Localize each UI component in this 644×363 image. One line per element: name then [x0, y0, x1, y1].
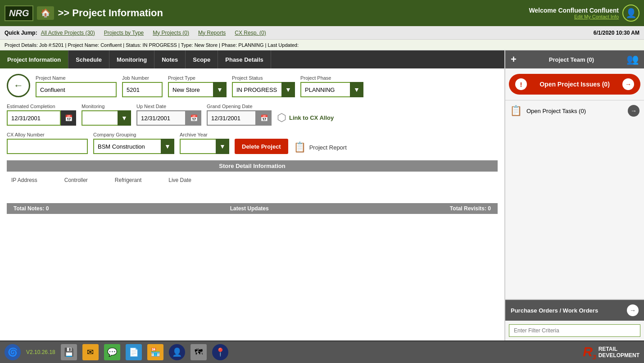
project-report-icon: 📋 — [294, 141, 306, 153]
est-completion-calendar-button[interactable]: 📅 — [61, 110, 76, 126]
nav-bar: Quick Jump: All Active Projects (30) Pro… — [0, 26, 644, 40]
cx-alloy-link-label: Link to CX Alloy — [289, 114, 334, 121]
controller-label: Controller — [64, 177, 88, 183]
taskbar-logo: 🌀 — [5, 344, 21, 360]
add-button[interactable]: + — [511, 54, 517, 65]
est-completion-group: Estimated Completion 📅 — [7, 104, 76, 126]
project-name-input[interactable] — [36, 82, 117, 97]
grand-opening-calendar-button[interactable]: 📅 — [256, 110, 272, 126]
cx-alloy-number-group: CX Alloy Number — [7, 132, 88, 154]
tab-scope[interactable]: Scope — [186, 50, 218, 68]
est-completion-input[interactable] — [7, 110, 61, 126]
cx-alloy-number-label: CX Alloy Number — [7, 132, 88, 137]
project-team-label: Project Team (0) — [549, 56, 594, 63]
po-filter-input[interactable] — [509, 324, 640, 337]
project-report-label: Project Report — [309, 144, 347, 151]
po-arrow-icon: → — [627, 304, 639, 316]
project-status-select[interactable]: IN PROGRESS — [232, 82, 295, 97]
open-tasks-row: 📋 Open Project Tasks (0) → — [505, 100, 644, 121]
est-completion-label: Estimated Completion — [7, 104, 76, 109]
po-label: Purchase Orders / Work Orders — [511, 307, 598, 314]
project-phase-group: Project Phase PLANNING ▼ — [300, 75, 363, 97]
sidebar-top: + Project Team (0) 👥 — [505, 50, 644, 68]
project-type-select[interactable]: New Store — [168, 82, 227, 97]
tab-project-information[interactable]: Project Information — [0, 50, 68, 68]
company-grouping-select[interactable]: BSM Construction — [93, 139, 174, 154]
nav-link-all-active[interactable]: All Active Projects (30) — [41, 30, 95, 36]
tab-bar: Project Information Schedule Monitoring … — [0, 50, 504, 68]
taskbar-store-icon[interactable]: 🏪 — [147, 344, 163, 360]
tab-schedule[interactable]: Schedule — [68, 50, 109, 68]
content-area: ← Project Name Job Number Project Type N… — [0, 68, 504, 340]
job-number-group: Job Number — [122, 75, 163, 97]
project-phase-label: Project Phase — [300, 75, 363, 81]
store-detail-labels: IP Address Controller Refrigerant Live D… — [7, 175, 498, 185]
project-details-text: Project Details: Job #:5201 | Project Na… — [5, 42, 299, 48]
open-issues-label: Open Project Issues (0) — [540, 81, 610, 88]
tab-phase-details[interactable]: Phase Details — [218, 50, 271, 68]
up-next-date-label: Up Next Date — [136, 104, 201, 109]
refrigerant-label: Refrigerant — [115, 177, 141, 183]
up-next-date-input[interactable] — [136, 110, 186, 126]
monitoring-select[interactable] — [82, 110, 131, 126]
taskbar: 🌀 V2.10.26.18 💾 ✉ 💬 📄 🏪 👤 🗺 📍 R3 RETAIL … — [0, 340, 644, 363]
total-revisits: Total Revisits: 0 — [450, 205, 491, 212]
taskbar-user-icon[interactable]: 👤 — [169, 344, 185, 360]
nav-link-cx-resp[interactable]: CX Resp. (0) — [235, 30, 266, 36]
welcome-block: Welcome Confluent Confluent Edit My Cont… — [529, 7, 619, 19]
edit-contact-link[interactable]: Edit My Contact Info — [529, 14, 619, 19]
taskbar-location-icon[interactable]: 📍 — [212, 344, 228, 360]
taskbar-chat-icon[interactable]: 💬 — [104, 344, 120, 360]
grand-opening-date-input[interactable] — [207, 110, 256, 126]
home-icon[interactable]: 🏠 — [37, 6, 54, 20]
welcome-text: Welcome Confluent Confluent — [529, 7, 619, 14]
nav-link-my-reports[interactable]: My Reports — [198, 30, 226, 36]
project-status-label: Project Status — [232, 75, 295, 81]
project-phase-select[interactable]: PLANNING — [300, 82, 363, 97]
ip-address-label: IP Address — [11, 177, 37, 183]
job-number-input[interactable] — [122, 82, 163, 97]
archive-year-group: Archive Year ▼ — [180, 132, 229, 154]
up-next-date-group: Up Next Date 📅 — [136, 104, 201, 126]
nav-link-by-type[interactable]: Projects by Type — [104, 30, 144, 36]
archive-year-select[interactable] — [180, 139, 229, 154]
cx-alloy-number-input[interactable] — [7, 139, 88, 154]
open-issues-arrow-icon: → — [622, 78, 634, 90]
taskbar-usb-icon[interactable]: 💾 — [61, 344, 77, 360]
archive-year-label: Archive Year — [180, 132, 229, 137]
total-notes: Total Notes: 0 — [14, 205, 49, 212]
up-next-date-calendar-button[interactable]: 📅 — [186, 110, 201, 126]
job-number-label: Job Number — [122, 75, 163, 81]
open-issues-button[interactable]: ! Open Project Issues (0) → — [509, 74, 640, 95]
taskbar-email-icon[interactable]: ✉ — [82, 344, 99, 360]
sidebar-content: ! Open Project Issues (0) → 📋 Open Proje… — [505, 68, 644, 299]
tab-monitoring[interactable]: Monitoring — [109, 50, 154, 68]
issue-exclamation-icon: ! — [515, 78, 527, 90]
grand-opening-date-group: Grand Opening Date 📅 — [207, 104, 272, 126]
taskbar-map-icon[interactable]: 🗺 — [190, 344, 207, 360]
project-name-label: Project Name — [36, 75, 117, 81]
latest-updates: Latest Updates — [230, 205, 269, 212]
cx-alloy-link[interactable]: ⬡ Link to CX Alloy — [277, 111, 334, 126]
tasks-clipboard-icon: 📋 — [510, 105, 522, 117]
tab-notes[interactable]: Notes — [154, 50, 186, 68]
live-date-label: Live Date — [168, 177, 191, 183]
taskbar-document-icon[interactable]: 📄 — [126, 344, 142, 360]
header-title: >> Project Information — [58, 7, 163, 19]
project-report-btn[interactable]: 📋 Project Report — [294, 141, 347, 154]
delete-project-button[interactable]: Delete Project — [235, 139, 288, 154]
project-name-group: Project Name — [36, 75, 117, 97]
summary-bar: Total Notes: 0 Latest Updates Total Revi… — [7, 203, 498, 214]
logo-box: NRG — [5, 5, 33, 21]
avatar: 👤 — [622, 5, 639, 22]
header-right: Welcome Confluent Confluent Edit My Cont… — [529, 5, 639, 22]
po-header[interactable]: Purchase Orders / Work Orders → — [505, 300, 644, 321]
sidebar: + Project Team (0) 👥 ! Open Project Issu… — [504, 50, 644, 340]
back-button[interactable]: ← — [7, 74, 30, 97]
grand-opening-date-label: Grand Opening Date — [207, 104, 272, 109]
quick-jump-label: Quick Jump: — [5, 30, 37, 36]
nav-link-my-projects[interactable]: My Projects (0) — [153, 30, 189, 36]
open-tasks-arrow-button[interactable]: → — [628, 105, 639, 117]
header: NRG 🏠 >> Project Information Welcome Con… — [0, 0, 644, 26]
open-tasks-label: Open Project Tasks (0) — [526, 108, 623, 114]
